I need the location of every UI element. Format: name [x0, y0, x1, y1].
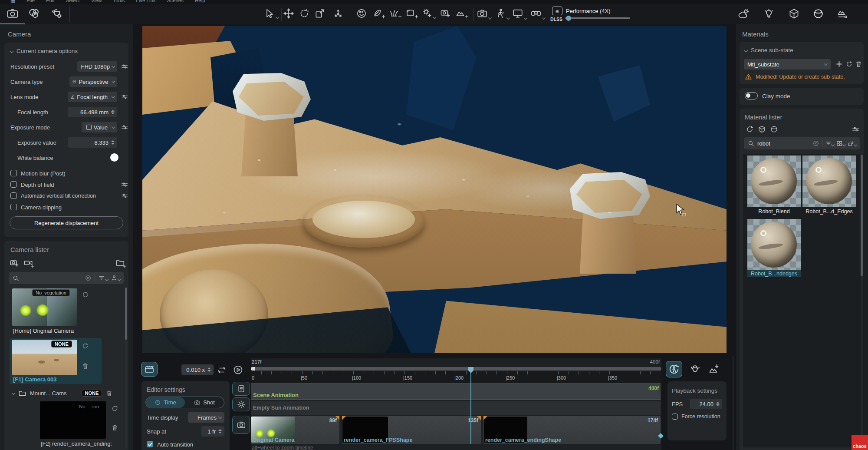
- add-camera-folder-button[interactable]: [115, 258, 125, 268]
- exposure-settings-icon[interactable]: [121, 123, 128, 131]
- update-substate-icon[interactable]: [845, 60, 853, 68]
- sun-animation-track[interactable]: Empty Sun Animation: [251, 401, 661, 415]
- filter-icon[interactable]: [98, 275, 108, 281]
- depth-of-field-checkbox[interactable]: [10, 181, 17, 188]
- lens-settings-icon[interactable]: [121, 93, 128, 101]
- camera-folder-row[interactable]: Mount... Cams NONE: [10, 387, 123, 399]
- menu-scenes[interactable]: Scenes: [167, 0, 184, 3]
- menu-help[interactable]: Help: [195, 0, 205, 3]
- delete-camera-icon[interactable]: [82, 362, 89, 370]
- pivot-tool-button[interactable]: [332, 8, 344, 19]
- reload-materials-icon[interactable]: [746, 125, 754, 133]
- camera-list-item-selected[interactable]: NONE [F1] Camera 003: [10, 338, 102, 384]
- exposure-value-spinner[interactable]: 8.333: [68, 137, 117, 148]
- menu-tools[interactable]: Tools: [113, 0, 125, 3]
- material-search-box[interactable]: [744, 137, 860, 149]
- menu-live-link[interactable]: Live Link: [136, 0, 155, 3]
- add-terrain-button[interactable]: [456, 8, 466, 18]
- camera-clips-track[interactable]: 89f Original Camera 135f render_camera_F…: [251, 416, 661, 444]
- resolution-preset-dropdown[interactable]: FHD 1080p: [77, 61, 117, 72]
- chaos-logo[interactable]: chaos: [852, 435, 868, 450]
- export-animation-button[interactable]: [708, 363, 720, 375]
- tab-lights[interactable]: [763, 8, 775, 20]
- regenerate-displacement-button[interactable]: Regenerate displacement: [10, 216, 123, 229]
- clear-search-icon[interactable]: [812, 140, 819, 147]
- menu-view[interactable]: View: [91, 0, 102, 3]
- clip-render-camera-ending[interactable]: 174f render_camera_endingShape: [483, 416, 661, 444]
- render-elements-tab-button[interactable]: [28, 7, 41, 20]
- auto-tilt-checkbox[interactable]: [10, 192, 17, 199]
- refresh-thumbnail-icon[interactable]: [82, 291, 89, 298]
- material-from-object-icon[interactable]: [758, 125, 766, 133]
- resolution-settings-icon[interactable]: [121, 63, 128, 70]
- snap-spinner[interactable]: 1 fr: [201, 426, 224, 437]
- material-settings-icon[interactable]: [852, 125, 860, 133]
- sort-icon[interactable]: [848, 140, 857, 147]
- presentation-mode-button[interactable]: [512, 8, 523, 19]
- camera-list-item[interactable]: No_...ion [F2] render_camera_ending:: [37, 400, 128, 449]
- sun-track-button[interactable]: [232, 397, 250, 411]
- focal-length-spinner[interactable]: 66.498 mm: [68, 107, 117, 117]
- camera-search-box[interactable]: [9, 272, 124, 284]
- clear-search-icon[interactable]: [85, 275, 92, 281]
- camera-options-header[interactable]: Current camera options: [10, 48, 78, 54]
- camera-list-scrollbar[interactable]: [125, 288, 127, 448]
- move-tool-button[interactable]: [283, 8, 294, 19]
- camera-clipping-checkbox[interactable]: [10, 204, 17, 210]
- tab-materials[interactable]: [812, 8, 824, 20]
- add-camera-lister-button[interactable]: [10, 258, 19, 268]
- performance-slider[interactable]: [565, 17, 630, 19]
- timeline[interactable]: 217f 400f 0 |50 |100 |150 |200 |250 |300…: [251, 358, 661, 450]
- substate-dropdown[interactable]: Mtl_substate: [744, 59, 831, 69]
- material-list-scrollbar[interactable]: [861, 154, 863, 447]
- snapshot-camera-button[interactable]: [477, 8, 488, 19]
- auto-tilt-settings-icon[interactable]: [121, 192, 128, 200]
- scene-animation-track[interactable]: Scene Animation 400f: [251, 384, 661, 400]
- material-tile[interactable]: Robot_Blend: [747, 156, 801, 217]
- time-display-dropdown[interactable]: Frames: [188, 412, 224, 423]
- camera-list-item[interactable]: No_vegetation [Home] Original Camera: [10, 288, 122, 336]
- clay-preview-button[interactable]: [689, 363, 701, 375]
- material-override-button[interactable]: [356, 8, 367, 19]
- camera-track-button[interactable]: [232, 416, 250, 434]
- clay-mode-toggle[interactable]: [745, 92, 758, 99]
- delete-camera-icon[interactable]: [111, 424, 118, 431]
- timeline-zoom-bar[interactable]: [251, 367, 661, 371]
- fps-spinner[interactable]: 24.00: [690, 399, 722, 409]
- add-camera-button[interactable]: [440, 8, 450, 18]
- scene-track-button[interactable]: [232, 382, 250, 396]
- add-light-button[interactable]: [422, 8, 432, 18]
- timeline-ruler[interactable]: 0 |50 |100 |150 |200 |250 |300 |350: [251, 371, 661, 383]
- exposure-mode-dropdown[interactable]: Value: [82, 122, 117, 132]
- material-tile[interactable]: Robot_B...d_Edges: [802, 156, 856, 217]
- delete-substate-icon[interactable]: [855, 60, 862, 68]
- time-tab[interactable]: Time: [146, 397, 185, 408]
- filter-icon[interactable]: [825, 140, 834, 147]
- camera-item-label[interactable]: [F1] Camera 003: [13, 376, 56, 383]
- select-tool-button[interactable]: [264, 8, 275, 19]
- add-decal-button[interactable]: [405, 8, 416, 18]
- add-vegetation-button[interactable]: [372, 8, 383, 18]
- auto-transition-checkbox[interactable]: [147, 441, 153, 447]
- folder-collapse-icon[interactable]: [12, 391, 15, 395]
- material-tile-selected[interactable]: Robot_B...ndedges: [747, 219, 801, 281]
- camera-tab-button[interactable]: [6, 7, 19, 20]
- viewport[interactable]: [142, 26, 727, 353]
- playback-speed-spinner[interactable]: 0.010 x: [181, 364, 214, 375]
- add-scatter-button[interactable]: [389, 8, 399, 18]
- owner-filter-icon[interactable]: [111, 275, 121, 281]
- clip-end-handle[interactable]: [658, 433, 664, 439]
- white-balance-swatch[interactable]: [110, 153, 118, 162]
- force-resolution-checkbox[interactable]: [672, 414, 678, 420]
- menu-select[interactable]: Select: [66, 0, 80, 3]
- tab-render[interactable]: [837, 8, 848, 20]
- pick-material-icon[interactable]: [770, 125, 778, 133]
- walk-mode-button[interactable]: [495, 8, 506, 19]
- refresh-thumbnail-icon[interactable]: [111, 405, 118, 412]
- grid-view-icon[interactable]: [836, 140, 845, 147]
- refresh-thumbnail-icon[interactable]: [82, 342, 89, 350]
- menu-file[interactable]: File: [26, 0, 35, 3]
- animation-editor-button[interactable]: [141, 362, 158, 377]
- tab-environment[interactable]: [738, 8, 750, 20]
- camera-item-label[interactable]: [Home] Original Camera: [13, 328, 74, 334]
